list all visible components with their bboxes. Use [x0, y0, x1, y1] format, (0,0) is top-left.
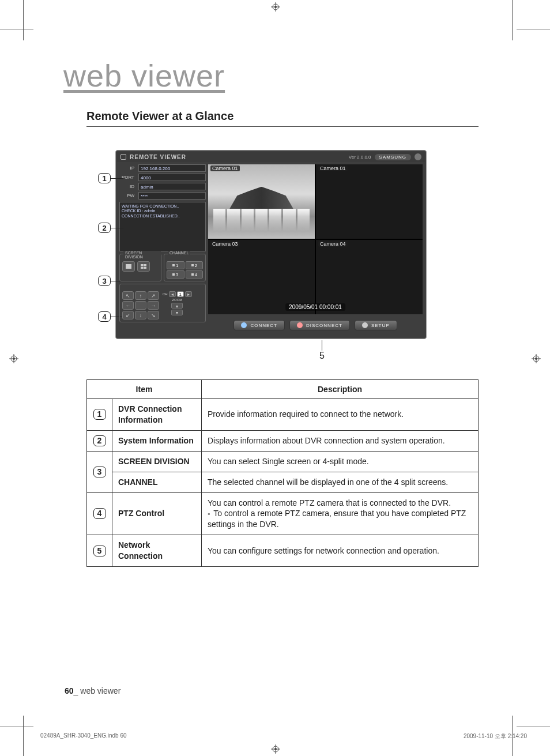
row-5-desc: You can configure settings for network c… [202, 535, 479, 567]
svg-point-5 [13, 358, 15, 360]
chapter-title: web viewer [63, 58, 479, 93]
print-footer-right: 2009-11-10 오후 2:14:20 [464, 732, 527, 740]
connect-icon [241, 322, 247, 328]
ptz-ch-value: 1 [177, 291, 184, 297]
callout-3: 3 [98, 276, 111, 286]
section-title: Remote Viewer at a Glance [86, 110, 479, 123]
camera-feed-image [208, 164, 315, 239]
channel-label: CHANNEL [168, 251, 190, 255]
ptz-ch-label: CH [163, 292, 168, 296]
registration-mark-icon [532, 354, 541, 363]
page-footer: 60_ web viewer [65, 686, 120, 695]
row-5-name: Network Connection [112, 535, 202, 567]
port-field[interactable]: 4000 [138, 174, 206, 181]
network-connection-bar: CONNECT DISCONNECT SETUP [208, 315, 423, 335]
pw-label: PW [119, 193, 137, 198]
ptz-down-button[interactable]: ↓ [135, 311, 146, 319]
single-screen-icon [126, 264, 131, 269]
section-rule [86, 126, 479, 127]
row-3a-name: SCREEN DIVISION [112, 451, 202, 472]
ptz-down-left-button[interactable]: ↙ [122, 311, 134, 319]
row-1-desc: Provide information required to connect … [202, 399, 479, 431]
th-description: Description [202, 380, 479, 399]
camera-2-label: Camera 01 [318, 166, 348, 171]
quad-screen-icon [141, 264, 146, 269]
row-5-num: 5 [93, 546, 106, 556]
channel-1-button[interactable]: 1 [167, 261, 184, 269]
ptz-up-button[interactable]: ↑ [135, 291, 146, 300]
ptz-control-panel: ↖ ↑ ↗ ← → ↙ ↓ ↘ [119, 284, 206, 322]
remote-viewer-app: REMOTE VIEWER Ver 2.0.0.0 SAMSUNG IP 192… [115, 150, 427, 339]
row-4-num: 4 [93, 508, 106, 519]
camera-1-label: Camera 01 [210, 166, 240, 171]
camera-3-label: Camera 03 [210, 241, 240, 247]
gear-icon [362, 322, 368, 328]
note-bullet-icon: ▪ [208, 510, 210, 518]
registration-mark-icon [271, 744, 280, 754]
id-field[interactable]: admin [138, 183, 206, 190]
dvr-connection-info: IP 192.168.0.200 PORT 4000 ID admin PW *… [119, 164, 206, 200]
id-label: ID [119, 184, 137, 189]
video-cell-2[interactable]: Camera 01 [316, 164, 423, 239]
ptz-zoom-label: ZOOM [172, 298, 182, 302]
callout-5: 5 [319, 351, 325, 361]
ptz-zoom-out-button[interactable]: ▾ [171, 310, 183, 315]
close-icon[interactable] [415, 153, 421, 160]
svg-point-3 [274, 748, 277, 750]
row-1-num: 1 [93, 409, 106, 420]
row-2-desc: Displays information about DVR connectio… [202, 430, 479, 451]
ptz-ch-next-button[interactable]: ▸ [185, 291, 192, 297]
pw-field[interactable]: **** [138, 192, 206, 200]
ip-field[interactable]: 192.168.0.200 [138, 164, 206, 172]
video-timestamp: 2009/05/01 00:00:01 [285, 303, 345, 311]
disconnect-icon [297, 322, 303, 328]
quad-screen-button[interactable] [137, 261, 150, 272]
row-3a-desc: You can select Single screen or 4-split … [202, 451, 479, 472]
row-3b-desc: The selected channel will be displayed i… [202, 472, 479, 492]
system-information-log: WAITING FOR CONNECTION.. CHECK ID : admi… [119, 202, 206, 251]
brand-logo: SAMSUNG [375, 154, 411, 160]
window-titlebar: REMOTE VIEWER Ver 2.0.0.0 SAMSUNG [117, 152, 425, 162]
row-3-num: 3 [93, 467, 106, 477]
ptz-up-right-button[interactable]: ↗ [148, 291, 159, 300]
channel-4-button[interactable]: 4 [186, 270, 204, 279]
svg-point-1 [274, 6, 277, 8]
disconnect-button[interactable]: DISCONNECT [289, 320, 350, 330]
row-1-name: DVR Connection Information [112, 399, 202, 431]
app-icon [120, 154, 126, 160]
ip-label: IP [119, 166, 137, 171]
ptz-up-left-button[interactable]: ↖ [122, 291, 134, 300]
print-footer-left: 02489A_SHR-3040_ENG.indb 60 [40, 732, 127, 739]
app-title: REMOTE VIEWER [130, 154, 186, 160]
callout-2: 2 [98, 223, 111, 233]
single-screen-button[interactable] [122, 261, 135, 272]
ptz-ch-prev-button[interactable]: ◂ [169, 291, 176, 297]
ptz-left-button[interactable]: ← [122, 301, 134, 310]
video-grid: Camera 01 Camera 01 Camera 03 Camera 04 [208, 164, 423, 314]
row-4-name: PTZ Control [112, 492, 202, 535]
ptz-right-button[interactable]: → [148, 301, 159, 310]
ptz-down-right-button[interactable]: ↘ [148, 311, 159, 319]
row-2-name: System Information [112, 430, 202, 451]
screen-division-label: SCREEN DIVISION [123, 251, 161, 259]
row-3b-name: CHANNEL [112, 472, 202, 492]
video-cell-1[interactable]: Camera 01 [208, 164, 315, 239]
connect-button[interactable]: CONNECT [233, 320, 285, 330]
ptz-center-button[interactable] [135, 301, 146, 310]
row-4-desc: You can control a remote PTZ camera that… [202, 492, 479, 535]
callout-1: 1 [98, 173, 111, 183]
th-item: Item [87, 380, 202, 399]
svg-point-7 [535, 358, 537, 360]
channel-3-button[interactable]: 3 [167, 270, 184, 279]
setup-button[interactable]: SETUP [355, 320, 397, 330]
figure-remote-viewer: 1 2 3 4 5 REMOTE VIEWER Ver 2.0.0.0 SAMS… [115, 150, 450, 339]
callout-4: 4 [98, 311, 111, 322]
screen-division-panel: SCREEN DIVISION [119, 254, 161, 281]
version-label: Ver 2.0.0.0 [349, 155, 371, 160]
registration-mark-icon [271, 2, 280, 12]
channel-2-button[interactable]: 2 [186, 261, 204, 269]
camera-4-label: Camera 04 [318, 241, 348, 247]
ptz-zoom-in-button[interactable]: ▴ [171, 303, 183, 309]
channel-panel: CHANNEL 1 2 3 4 [164, 254, 206, 281]
description-table: Item Description 1 DVR Connection Inform… [86, 379, 479, 567]
